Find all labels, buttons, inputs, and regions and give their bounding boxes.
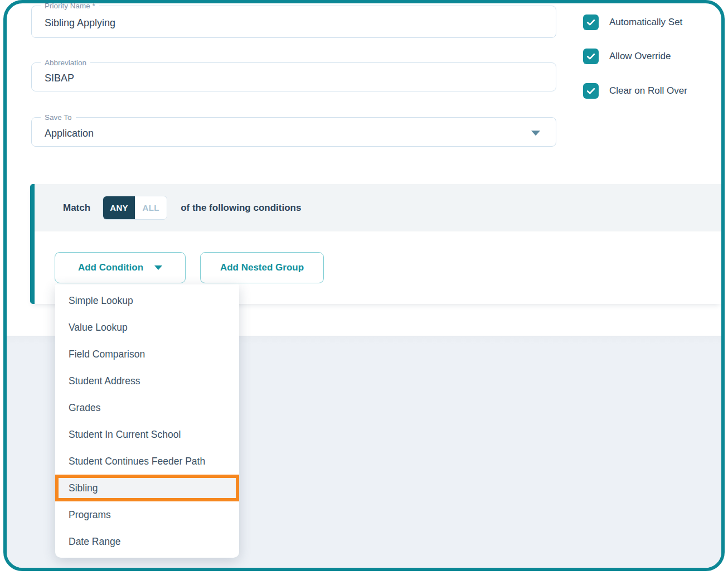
match-label: Match [63,202,90,214]
toggle-all[interactable]: ALL [135,196,167,219]
save-to-value: Application [45,128,94,139]
abbreviation-field[interactable]: Abbreviation SIBAP [31,62,556,91]
add-nested-group-button[interactable]: Add Nested Group [200,252,324,283]
menu-item-programs[interactable]: Programs [55,501,239,528]
checkmark-icon [585,85,596,96]
menu-item-student-continues-feeder-path[interactable]: Student Continues Feeder Path [55,448,239,475]
menu-item-field-comparison[interactable]: Field Comparison [55,341,239,368]
add-condition-button[interactable]: Add Condition [55,252,186,283]
caret-down-icon [531,131,540,136]
checkbox-row-allow-override[interactable]: Allow Override [583,49,671,64]
conditions-suffix: of the following conditions [181,202,301,214]
abbreviation-label: Abbreviation [41,57,90,68]
checkbox-allow-override[interactable] [583,49,599,64]
menu-item-student-in-current-school[interactable]: Student In Current School [55,421,239,448]
page-content: Priority Name * Sibling Applying Abbrevi… [7,3,721,568]
menu-item-grades[interactable]: Grades [55,394,239,421]
add-nested-group-label: Add Nested Group [220,262,304,273]
checkbox-label: Allow Override [609,51,671,62]
save-to-select[interactable]: Save To Application [31,117,556,147]
group-accent-bar [30,184,35,304]
checkbox-row-automatically-set[interactable]: Automatically Set [583,15,682,30]
conditions-group-header: Match ANY ALL of the following condition… [35,184,721,231]
checkbox-label: Clear on Roll Over [609,85,687,96]
checkbox-row-clear-on-roll-over[interactable]: Clear on Roll Over [583,83,687,99]
add-condition-label: Add Condition [78,262,143,273]
priority-name-label: Priority Name * [41,1,99,11]
menu-item-value-lookup[interactable]: Value Lookup [55,314,239,341]
menu-item-simple-lookup[interactable]: Simple Lookup [55,287,239,314]
condition-type-menu: Simple Lookup Value Lookup Field Compari… [55,284,239,558]
checkmark-icon [585,51,596,62]
match-toggle: ANY ALL [103,196,167,220]
checkbox-automatically-set[interactable] [583,15,599,30]
priority-name-field[interactable]: Priority Name * Sibling Applying [31,6,556,38]
checkbox-clear-on-roll-over[interactable] [583,83,599,99]
save-to-label: Save To [41,112,76,123]
menu-item-date-range[interactable]: Date Range [55,528,239,555]
checkmark-icon [585,17,596,28]
priority-name-value: Sibling Applying [45,17,115,29]
checkbox-label: Automatically Set [609,17,682,28]
caret-down-icon [154,265,162,270]
toggle-any[interactable]: ANY [103,196,135,219]
menu-item-sibling[interactable]: Sibling [55,475,239,501]
menu-item-student-address[interactable]: Student Address [55,368,239,394]
page-frame: Priority Name * Sibling Applying Abbrevi… [3,0,725,571]
abbreviation-value: SIBAP [45,73,74,84]
